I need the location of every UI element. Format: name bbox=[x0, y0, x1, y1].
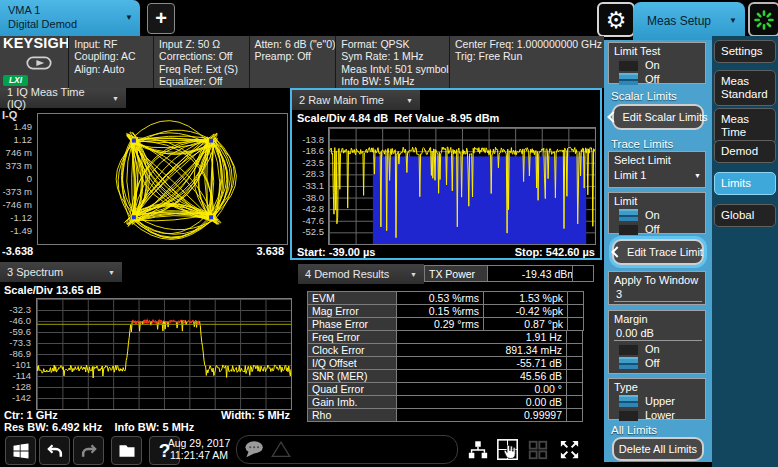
table-row[interactable]: Phase Error0.29 °rms0.87 °pk bbox=[308, 317, 588, 331]
tab-meas-time[interactable]: Meas Time bbox=[714, 108, 776, 144]
margin-off-option[interactable]: Off bbox=[619, 356, 705, 369]
info-col-atten: Atten: 6 dB ("e"0)Preamp: Off bbox=[250, 36, 337, 88]
margin-field[interactable]: 0.00 dB bbox=[614, 325, 702, 341]
raw-time-plot[interactable] bbox=[328, 127, 596, 245]
chevron-down-icon: ▼ bbox=[406, 97, 413, 104]
message-area bbox=[236, 435, 458, 464]
apply-to-window-block: Apply To Window 3 bbox=[608, 271, 706, 305]
windows-start-button[interactable] bbox=[5, 436, 36, 465]
type-upper-option[interactable]: Upper bbox=[619, 394, 705, 407]
undo-button[interactable] bbox=[39, 436, 70, 465]
table-row[interactable]: SNR (MER)45.56 dB bbox=[308, 369, 588, 383]
windows-logo-icon bbox=[11, 441, 31, 461]
limit-on-option[interactable]: On bbox=[619, 208, 705, 221]
type-block: Type Upper Lower bbox=[608, 378, 706, 420]
tab-global[interactable]: Global bbox=[714, 204, 776, 227]
table-row[interactable]: Rho0.99997 bbox=[308, 408, 588, 422]
window-demod-results: 4 Demod Results▼ TX Power -19.43 dBm EVM… bbox=[298, 262, 604, 432]
screen-tab-line2: Digital Demod bbox=[8, 17, 77, 31]
app-window: VMA 1 Digital Demod ▼ + ⚙ Meas Setup ▼ K… bbox=[0, 0, 778, 467]
window3-title-dropdown[interactable]: 3 Spectrum▼ bbox=[0, 262, 122, 282]
info-col-input: Input: RFCoupling: ACAlign: Auto bbox=[69, 36, 154, 88]
margin-block: Margin 0.00 dB On Off bbox=[608, 310, 706, 374]
lxi-badge: LXI bbox=[3, 75, 28, 86]
tab-meas-standard[interactable]: Meas Standard bbox=[714, 70, 776, 106]
keysight-logo: KEYSIGHT bbox=[3, 37, 69, 49]
folder-icon bbox=[117, 441, 137, 461]
raw-y-ticks: -13.8-18.6-23.5 -28.3-33.1-38.0 -42.8-47… bbox=[294, 127, 326, 243]
select-limit-dropdown[interactable]: Select Limit Limit 1 ▼ bbox=[608, 151, 706, 188]
meas-setup-menu-tab[interactable]: Meas Setup ▼ bbox=[633, 2, 745, 40]
radio-indicator bbox=[619, 59, 638, 71]
table-row[interactable]: Gain Imb.0.00 dB bbox=[308, 395, 588, 409]
status-indicator-button[interactable] bbox=[748, 2, 778, 37]
margin-on-option[interactable]: On bbox=[619, 342, 705, 355]
window-raw-main-time: 2 Raw Main Time▼ Scale/Div 4.84 dB Ref V… bbox=[290, 88, 602, 260]
info-col-freq: Center Freq: 1.000000000 GHzTrig: Free R… bbox=[450, 36, 604, 88]
bottom-toolbar: ? Aug 29, 2017 11:21:47 AM bbox=[0, 432, 604, 467]
chevron-down-icon: ▼ bbox=[410, 271, 417, 278]
redo-button[interactable] bbox=[73, 436, 104, 465]
chevron-down-icon: ▼ bbox=[112, 95, 119, 102]
spectrum-scale-label: Scale/Div 13.65 dB bbox=[4, 284, 101, 296]
window-arrange-button[interactable] bbox=[464, 436, 491, 463]
spectrum-width-label: Width: 5 MHz bbox=[221, 409, 290, 421]
file-button[interactable] bbox=[111, 436, 142, 465]
add-screen-button[interactable]: + bbox=[147, 3, 175, 34]
chevron-left-icon bbox=[611, 246, 622, 257]
window-select-button[interactable] bbox=[494, 436, 521, 463]
grid-layout-button[interactable] bbox=[524, 436, 551, 463]
remote-display-icon bbox=[26, 56, 52, 72]
chevron-down-icon: ▼ bbox=[694, 172, 701, 179]
messages-bubble-icon[interactable] bbox=[242, 439, 268, 464]
redo-icon bbox=[79, 441, 99, 461]
tab-demod[interactable]: Demod bbox=[714, 140, 776, 163]
tx-power-label: TX Power bbox=[424, 265, 496, 282]
window1-title-dropdown[interactable]: 1 IQ Meas Time (IQ)▼ bbox=[0, 88, 126, 108]
edit-scalar-limits-button[interactable]: Edit Scalar Limits bbox=[612, 104, 704, 130]
trace-limits-heading: Trace Limits bbox=[611, 138, 673, 150]
radio-indicator bbox=[619, 409, 638, 421]
date-text: Aug 29, 2017 bbox=[166, 437, 232, 449]
iq-x-min: -3.638 bbox=[2, 245, 33, 257]
table-row[interactable]: EVM0.53 %rms1.53 %pk bbox=[308, 291, 588, 305]
limit-off-option[interactable]: Off bbox=[619, 222, 705, 235]
undo-icon bbox=[45, 441, 65, 461]
fullscreen-button[interactable] bbox=[556, 436, 583, 463]
limit-test-block: Limit Test On Off bbox=[608, 42, 706, 84]
radio-indicator bbox=[619, 343, 638, 355]
datetime-display[interactable]: Aug 29, 2017 11:21:47 AM bbox=[166, 437, 232, 461]
grid-2x2-icon bbox=[527, 439, 549, 461]
table-row[interactable]: I/Q Offset-55.71 dB bbox=[308, 356, 588, 370]
tx-power-value: -19.43 dBm bbox=[487, 265, 581, 282]
delete-all-limits-button[interactable]: Delete All Limits bbox=[612, 437, 704, 461]
apply-to-window-field[interactable]: 3 bbox=[614, 286, 702, 302]
table-row[interactable]: Mag Error0.15 %rms-0.42 %pk bbox=[308, 304, 588, 318]
spectrum-plot[interactable] bbox=[36, 298, 292, 410]
radio-indicator bbox=[619, 395, 638, 407]
chevron-left-icon bbox=[607, 111, 618, 122]
iq-constellation-plot[interactable] bbox=[37, 113, 288, 245]
window2-title-dropdown[interactable]: 2 Raw Main Time▼ bbox=[292, 90, 420, 110]
limit-test-on-option[interactable]: On bbox=[619, 58, 705, 71]
info-col-impedance: Input Z: 50 ΩCorrections: OffFreq Ref: E… bbox=[154, 36, 249, 88]
raw-stop-label: Stop: 542.60 µs bbox=[515, 246, 595, 258]
tab-limits[interactable]: Limits bbox=[714, 172, 776, 195]
edit-trace-limit-button[interactable]: Edit Trace Limit bbox=[612, 239, 704, 265]
table-row[interactable]: Freq Error1.91 Hz bbox=[308, 330, 588, 344]
alert-triangle-icon bbox=[270, 438, 292, 464]
type-lower-option[interactable]: Lower bbox=[619, 408, 705, 421]
window4-title-dropdown[interactable]: 4 Demod Results▼ bbox=[298, 264, 424, 284]
spectrum-center-label: Ctr: 1 GHz bbox=[4, 409, 58, 421]
tab-settings[interactable]: Settings bbox=[714, 40, 776, 63]
screen-tab-vma[interactable]: VMA 1 Digital Demod ▼ bbox=[0, 0, 140, 36]
raw-scale-label: Scale/Div 4.84 dB Ref Value -8.95 dBm bbox=[297, 112, 499, 124]
gear-icon: ⚙ bbox=[606, 7, 627, 33]
table-row[interactable]: Quad Error0.00 ° bbox=[308, 382, 588, 396]
table-row[interactable]: Clock Error891.34 mHz bbox=[308, 343, 588, 357]
limits-menu-panel: Limit Test On Off Scalar Limits Edit Sca… bbox=[604, 40, 712, 462]
chevron-down-icon: ▼ bbox=[108, 269, 115, 276]
chevron-down-icon: ▼ bbox=[729, 16, 737, 25]
system-settings-button[interactable]: ⚙ bbox=[597, 2, 635, 37]
limit-test-off-option[interactable]: Off bbox=[619, 72, 705, 85]
